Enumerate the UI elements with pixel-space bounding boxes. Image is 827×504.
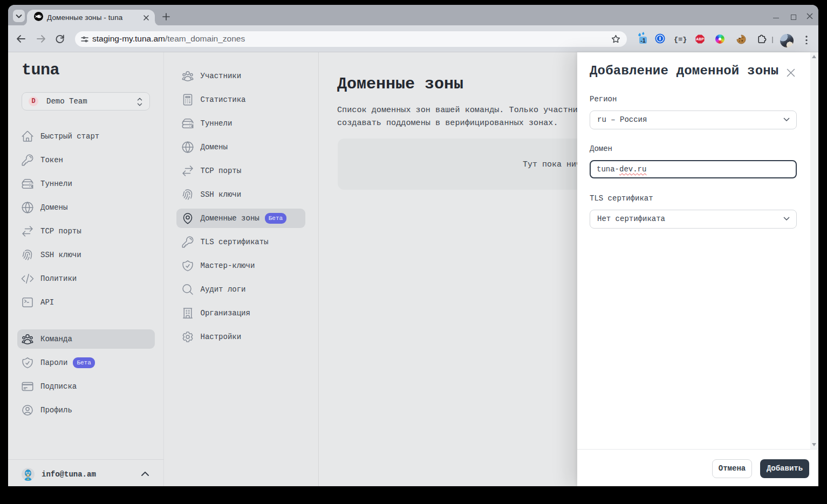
svg-text:ABP: ABP — [696, 37, 704, 41]
svg-text:-1: -1 — [640, 37, 645, 44]
